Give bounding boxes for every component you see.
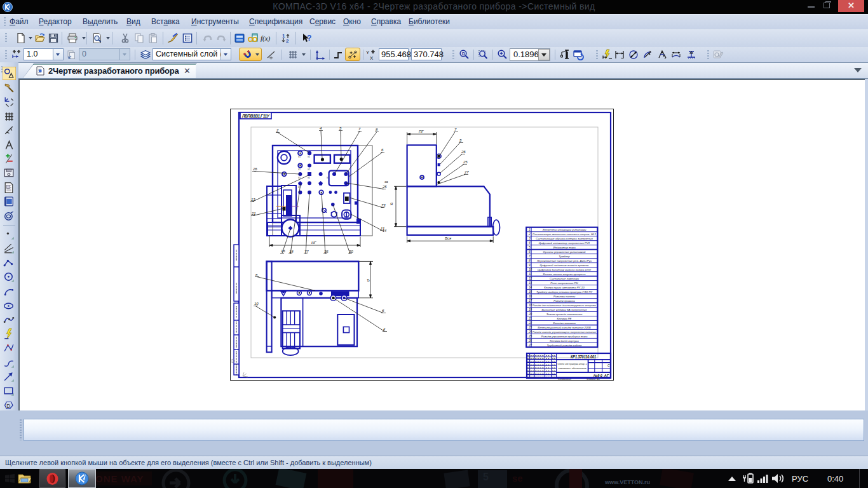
svg-text:Цифровой задатчик вывода време: Цифровой задатчик вывода времени xyxy=(539,264,589,267)
svg-text:19: 19 xyxy=(529,308,532,311)
svg-text:Разъём вывода управляющего нап: Разъём вывода управляющего напряжения пи… xyxy=(532,330,597,334)
svg-text:13: 13 xyxy=(529,281,532,285)
svg-text:9: 9 xyxy=(529,264,531,267)
svg-text:12: 12 xyxy=(529,277,532,280)
svg-text:77: 77 xyxy=(304,250,309,254)
svg-text:V1: V1 xyxy=(308,156,310,158)
svg-text:Разъемы панели: Разъемы панели xyxy=(553,295,576,298)
svg-text:D: D xyxy=(6,402,10,409)
svg-text:Сигнализация включения сетевог: Сигнализация включения сетевого напряж. … xyxy=(532,233,597,236)
svg-text:£: £ xyxy=(383,327,386,331)
svg-text:Y: Y xyxy=(366,50,370,55)
svg-text:21: 21 xyxy=(251,212,256,215)
svg-text:Вся: Вся xyxy=(445,236,452,240)
svg-text:Клемма РЕ: Клемма РЕ xyxy=(557,317,572,320)
svg-text:Зажим провода заземления: Зажим провода заземления xyxy=(546,313,583,316)
svg-text:23: 23 xyxy=(528,326,532,329)
svg-text:Сигнальные лампочки: Сигнальные лампочки xyxy=(550,277,580,280)
svg-text:Разъём провода: Разъём провода xyxy=(553,299,575,302)
svg-text:Выходные клеммы 6А напряжения: Выходные клеммы 6А напряжения xyxy=(541,308,587,311)
svg-text:Ъ: Ъ xyxy=(367,278,370,282)
svg-text:26: 26 xyxy=(252,167,257,171)
svg-text:Кнопка начала запуска процесса: Кнопка начала запуска процесса xyxy=(543,273,586,276)
svg-text:24: 24 xyxy=(528,330,532,334)
svg-text:27: 27 xyxy=(528,344,532,347)
svg-text:Цифровой задатчик вывода зазор: Цифровой задатчик вывода зазора реле xyxy=(538,268,592,271)
svg-text:16: 16 xyxy=(281,249,285,253)
svg-text:V1: V1 xyxy=(308,168,310,171)
svg-text:Трубчатый разъём кабеля: Трубчатый разъём кабеля xyxy=(547,344,583,347)
svg-text:V1: V1 xyxy=(308,177,310,179)
svg-text:X: X xyxy=(370,55,374,60)
svg-text:17: 17 xyxy=(529,299,532,302)
svg-text:8: 8 xyxy=(529,259,531,262)
svg-text:18: 18 xyxy=(289,250,294,254)
svg-text:V1: V1 xyxy=(298,156,301,158)
svg-text:Колодка зажимов: Колодка зажимов xyxy=(553,322,576,325)
svg-text:Тумблер выбора режима проверки: Тумблер выбора режима проверки УЗО РУ xyxy=(536,290,593,294)
svg-text:25: 25 xyxy=(528,335,532,338)
svg-text:73: 73 xyxy=(381,203,386,207)
svg-text:35: 35 xyxy=(324,250,329,254)
svg-text:Элементы индикации установки: Элементы индикации установки xyxy=(543,228,587,231)
svg-text:Разъём управления приборов ток: Разъём управления приборов тока xyxy=(541,335,588,338)
svg-text:автоматич. обеспечением: автоматич. обеспечением xyxy=(559,367,587,370)
svg-text:Цифровой индикатор напряжения: Цифровой индикатор напряжения РV1 xyxy=(539,241,590,245)
svg-text:Стенд для проверки аппар. с: Стенд для проверки аппар. с xyxy=(558,362,588,365)
svg-text:6: 6 xyxy=(529,250,531,254)
svg-text:Разъём для подключения диагнос: Разъём для подключения диагностируемого … xyxy=(532,304,596,307)
svg-text:15: 15 xyxy=(529,290,532,294)
svg-text:26: 26 xyxy=(461,150,466,154)
svg-text:27: 27 xyxy=(464,170,469,174)
svg-text:за: за xyxy=(384,180,388,184)
svg-text:Тумблер: Тумблер xyxy=(559,255,570,258)
svg-text:21: 21 xyxy=(528,317,532,320)
svg-text:26: 26 xyxy=(528,339,532,342)
svg-text:С: С xyxy=(607,363,610,367)
svg-text:14: 14 xyxy=(529,286,532,289)
svg-text:КР1.370110.001: КР1.370110.001 xyxy=(571,355,596,359)
svg-text:f(x): f(x) xyxy=(261,34,271,43)
svg-text:Вентиляционный разъём питания: Вентиляционный разъём питания 220В xyxy=(538,326,591,329)
svg-text:Реле напряжения РН: Реле напряжения РН xyxy=(550,281,578,285)
svg-text:5: 5 xyxy=(529,246,531,249)
svg-text:Органы управления установкой: Органы управления установкой xyxy=(543,250,586,254)
svg-text:2: 2 xyxy=(286,38,289,44)
svg-text:V1: V1 xyxy=(298,177,301,179)
svg-text:ПГ: ПГ xyxy=(419,130,424,133)
svg-text:1: 1 xyxy=(282,33,285,39)
svg-text:Переключение напряжения реж. А: Переключение напряжения реж. Авт./Руч xyxy=(537,259,592,262)
svg-text:1: 1 xyxy=(529,228,531,231)
svg-text:3: 3 xyxy=(529,237,531,240)
svg-text:22: 22 xyxy=(528,322,532,325)
svg-text:Копировал: Копировал xyxy=(558,377,572,381)
svg-text:20: 20 xyxy=(528,313,532,316)
svg-text:30: 30 xyxy=(349,250,353,254)
svg-text:10: 10 xyxy=(254,302,259,306)
svg-text:Формат А1: Формат А1 xyxy=(587,377,600,381)
svg-text:2: 2 xyxy=(276,128,279,132)
svg-text:14: 14 xyxy=(383,229,386,233)
svg-text:25: 25 xyxy=(463,160,468,164)
svg-text:11: 11 xyxy=(529,273,532,276)
svg-text:7: 7 xyxy=(529,255,531,258)
svg-text:Индикатор тока: Индикатор тока xyxy=(553,246,576,249)
svg-text:ЛВПВ1В1.Г11У: ЛВПВ1В1.Г11У xyxy=(241,114,270,118)
svg-text:?: ? xyxy=(307,34,311,43)
svg-text:25: 25 xyxy=(382,185,387,189)
svg-text:13: 13 xyxy=(251,198,255,201)
svg-text:4: 4 xyxy=(529,241,531,245)
svg-text:V1: V1 xyxy=(298,168,301,171)
svg-text:2: 2 xyxy=(528,233,531,236)
svg-text:16: 16 xyxy=(529,295,532,298)
svg-text:10: 10 xyxy=(529,268,532,271)
svg-text:НГ: НГ xyxy=(311,241,316,245)
svg-text:18: 18 xyxy=(529,304,532,307)
svg-text:Сигнализация обрыва контура за: Сигнализация обрыва контура заземления xyxy=(536,237,593,240)
svg-text:Кнопка пуска автомата РУ-10: Кнопка пуска автомата РУ-10 xyxy=(544,286,585,289)
svg-text:D: D xyxy=(462,51,465,56)
svg-text:Клемма болт корпуса: Клемма болт корпуса xyxy=(550,339,579,342)
